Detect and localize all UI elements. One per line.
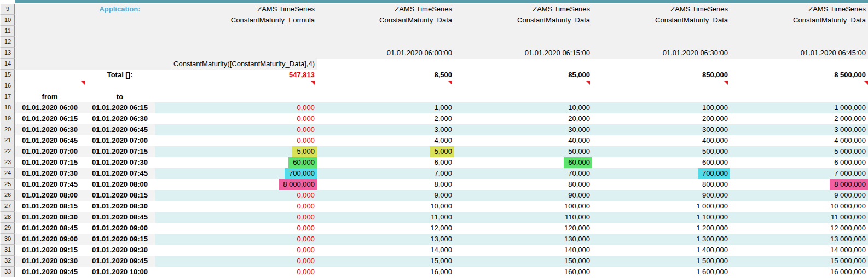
cell-series-1-value[interactable]: 9,000 [317, 190, 454, 201]
row-header-16[interactable]: 16 [0, 80, 15, 91]
row-header[interactable]: 33 [0, 267, 15, 277]
row-header[interactable]: 29 [0, 223, 15, 234]
cell-formula-value[interactable]: 0,000 [155, 256, 317, 267]
row-header[interactable]: 25 [0, 179, 15, 190]
row-header-10[interactable]: 10 [0, 15, 15, 26]
cell-app-data-col-2[interactable]: ZAMS TimeSeries [454, 4, 592, 15]
cell-to[interactable]: 01.01.2020 09:15 [85, 234, 155, 245]
cell-to[interactable]: 01.01.2020 06:15 [85, 102, 155, 113]
cell-series-4-value[interactable]: 12 000,000 [730, 223, 868, 234]
empty-cell[interactable] [317, 26, 454, 37]
cell-series-3-value[interactable]: 1 600,000 [592, 267, 730, 277]
cell-name-formula-col[interactable]: ConstantMaturity_Formula [155, 15, 317, 26]
cell-series-1-value[interactable]: 4,000 [317, 135, 454, 146]
to-column-header[interactable]: to [85, 91, 155, 102]
cell-app-data-col-4[interactable]: ZAMS TimeSeries [730, 4, 868, 15]
cell-to[interactable]: 01.01.2020 09:30 [85, 245, 155, 256]
cell-from[interactable]: 01.01.2020 06:00 [15, 102, 85, 113]
cell-formula-value[interactable]: 0,000 [155, 234, 317, 245]
row-header[interactable]: 22 [0, 146, 15, 157]
empty-cell[interactable] [592, 26, 730, 37]
cell-series-1-value[interactable]: 10,000 [317, 201, 454, 212]
cell-series-4-value[interactable]: 15 000,000 [730, 256, 868, 267]
cell-from[interactable]: 01.01.2020 06:15 [15, 113, 85, 124]
cell-formula-value[interactable]: 0,000 [155, 102, 317, 113]
cell-series-2-value[interactable]: 110,000 [454, 212, 592, 223]
cell-series-1-value[interactable]: 3,000 [317, 124, 454, 135]
row-header[interactable]: 28 [0, 212, 15, 223]
empty-cell[interactable] [730, 37, 868, 48]
empty-cell[interactable] [85, 48, 155, 59]
cell-to[interactable]: 01.01.2020 09:45 [85, 256, 155, 267]
empty-cell[interactable] [15, 4, 85, 15]
empty-cell[interactable] [730, 59, 868, 70]
empty-cell[interactable] [454, 37, 592, 48]
cell-to[interactable]: 01.01.2020 07:00 [85, 135, 155, 146]
empty-cell[interactable] [155, 91, 317, 102]
cell-from[interactable]: 01.01.2020 06:30 [15, 124, 85, 135]
cell-series-2-value[interactable]: 70,000 [454, 168, 592, 179]
cell-to[interactable]: 01.01.2020 08:30 [85, 201, 155, 212]
cell-series-3-value[interactable]: 200,000 [592, 113, 730, 124]
cell-series-1-value[interactable]: 14,000 [317, 245, 454, 256]
cell-series-4-value[interactable]: 10 000,000 [730, 201, 868, 212]
cell-series-3-value[interactable]: 500,000 [592, 146, 730, 157]
cell-app-data-col-3[interactable]: ZAMS TimeSeries [592, 4, 730, 15]
cell-series-2-value[interactable]: 160,000 [454, 267, 592, 277]
cell-formula-value[interactable]: 0,000 [155, 113, 317, 124]
cell-total-data-4[interactable]: 8 500,000 [730, 70, 868, 80]
cell-formula-definition[interactable]: ConstantMaturity([ConstantMaturity_Data]… [155, 59, 317, 70]
row-header[interactable]: 27 [0, 201, 15, 212]
cell-from[interactable]: 01.01.2020 09:30 [15, 256, 85, 267]
cell-formula-value[interactable]: 5,000 [155, 146, 317, 157]
cell-series-3-value[interactable]: 1 300,000 [592, 234, 730, 245]
cell-series-4-value[interactable]: 7 000,000 [730, 168, 868, 179]
from-column-header[interactable]: from [15, 91, 85, 102]
cell-from[interactable]: 01.01.2020 08:30 [15, 212, 85, 223]
cell-formula-value[interactable]: 8 000,000 [155, 179, 317, 190]
cell-series-2-value[interactable]: 10,000 [454, 102, 592, 113]
cell-to[interactable]: 01.01.2020 07:45 [85, 168, 155, 179]
row-header-15[interactable]: 15 [0, 70, 15, 80]
cell-series-4-value[interactable]: 8 000,000 [730, 179, 868, 190]
cell-formula-value[interactable]: 0,000 [155, 267, 317, 277]
cell-formula-value[interactable]: 0,000 [155, 190, 317, 201]
row-header[interactable]: 24 [0, 168, 15, 179]
cell-name-data-col-1[interactable]: ConstantMaturity_Data [317, 15, 454, 26]
empty-cell[interactable] [155, 26, 317, 37]
cell-series-1-value[interactable]: 11,000 [317, 212, 454, 223]
cell-timestamp-2[interactable]: 01.01.2020 06:15:00 [454, 48, 592, 59]
empty-cell[interactable] [454, 26, 592, 37]
row-header[interactable]: 21 [0, 135, 15, 146]
cell-total-data-2[interactable]: 85,000 [454, 70, 592, 80]
empty-cell[interactable] [15, 26, 85, 37]
row-header-13[interactable]: 13 [0, 48, 15, 59]
cell-series-2-value[interactable]: 40,000 [454, 135, 592, 146]
cell-formula-value[interactable]: 700,000 [155, 168, 317, 179]
row-header[interactable]: 31 [0, 245, 15, 256]
cell-total-data-3[interactable]: 850,000 [592, 70, 730, 80]
cell-series-2-value[interactable]: 80,000 [454, 179, 592, 190]
cell-from[interactable]: 01.01.2020 09:00 [15, 234, 85, 245]
empty-cell[interactable] [730, 91, 868, 102]
cell-series-1-value[interactable]: 2,000 [317, 113, 454, 124]
cell-to[interactable]: 01.01.2020 07:15 [85, 146, 155, 157]
totals-label[interactable]: Total []: [85, 70, 155, 80]
cell-series-4-value[interactable]: 4 000,000 [730, 135, 868, 146]
empty-cell[interactable] [85, 26, 155, 37]
empty-cell[interactable] [454, 91, 592, 102]
cell-series-4-value[interactable]: 5 000,000 [730, 146, 868, 157]
cell-formula-value[interactable]: 0,000 [155, 124, 317, 135]
cell-from[interactable]: 01.01.2020 07:45 [15, 179, 85, 190]
cell-series-1-value[interactable]: 16,000 [317, 267, 454, 277]
cell-series-4-value[interactable]: 1 000,000 [730, 102, 868, 113]
row-header-12[interactable]: 12 [0, 37, 15, 48]
row-header-17[interactable]: 17 [0, 91, 15, 102]
cell-series-1-value[interactable]: 1,000 [317, 102, 454, 113]
cell-name-data-col-4[interactable]: ConstantMaturity_Data [730, 15, 868, 26]
row-header-14[interactable]: 14 [0, 59, 15, 70]
cell-from[interactable]: 01.01.2020 07:30 [15, 168, 85, 179]
cell-timestamp-1[interactable]: 01.01.2020 06:00:00 [317, 48, 454, 59]
cell-series-2-value[interactable]: 100,000 [454, 201, 592, 212]
cell-series-2-value[interactable]: 150,000 [454, 256, 592, 267]
